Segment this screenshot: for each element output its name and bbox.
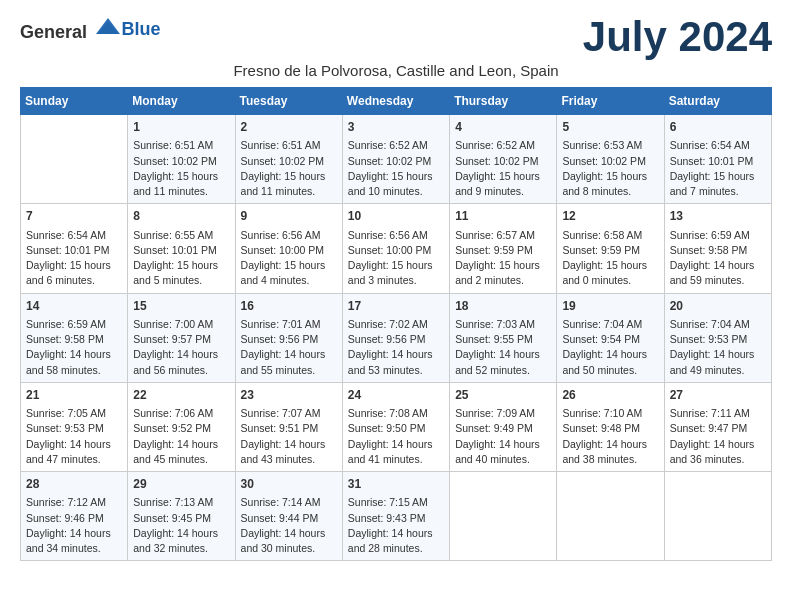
day-info: Sunrise: 6:51 AMSunset: 10:02 PMDaylight… <box>133 138 229 199</box>
day-info: Sunrise: 7:00 AMSunset: 9:57 PMDaylight:… <box>133 317 229 378</box>
day-number: 13 <box>670 208 766 225</box>
day-info: Sunrise: 7:09 AMSunset: 9:49 PMDaylight:… <box>455 406 551 467</box>
calendar-cell: 31Sunrise: 7:15 AMSunset: 9:43 PMDayligh… <box>342 472 449 561</box>
calendar-cell: 28Sunrise: 7:12 AMSunset: 9:46 PMDayligh… <box>21 472 128 561</box>
weekday-thursday: Thursday <box>450 88 557 115</box>
week-row-3: 14Sunrise: 6:59 AMSunset: 9:58 PMDayligh… <box>21 293 772 382</box>
calendar-cell: 15Sunrise: 7:00 AMSunset: 9:57 PMDayligh… <box>128 293 235 382</box>
day-info: Sunrise: 6:51 AMSunset: 10:02 PMDaylight… <box>241 138 337 199</box>
calendar-cell: 5Sunrise: 6:53 AMSunset: 10:02 PMDayligh… <box>557 115 664 204</box>
day-info: Sunrise: 7:04 AMSunset: 9:53 PMDaylight:… <box>670 317 766 378</box>
calendar-cell: 13Sunrise: 6:59 AMSunset: 9:58 PMDayligh… <box>664 204 771 293</box>
day-number: 28 <box>26 476 122 493</box>
day-number: 30 <box>241 476 337 493</box>
day-info: Sunrise: 7:11 AMSunset: 9:47 PMDaylight:… <box>670 406 766 467</box>
calendar-cell: 14Sunrise: 6:59 AMSunset: 9:58 PMDayligh… <box>21 293 128 382</box>
day-number: 27 <box>670 387 766 404</box>
calendar-cell: 12Sunrise: 6:58 AMSunset: 9:59 PMDayligh… <box>557 204 664 293</box>
header: General Blue July 2024 <box>20 16 772 58</box>
day-info: Sunrise: 7:02 AMSunset: 9:56 PMDaylight:… <box>348 317 444 378</box>
day-number: 4 <box>455 119 551 136</box>
weekday-wednesday: Wednesday <box>342 88 449 115</box>
calendar-cell: 30Sunrise: 7:14 AMSunset: 9:44 PMDayligh… <box>235 472 342 561</box>
day-info: Sunrise: 6:52 AMSunset: 10:02 PMDaylight… <box>348 138 444 199</box>
day-number: 14 <box>26 298 122 315</box>
calendar-cell: 21Sunrise: 7:05 AMSunset: 9:53 PMDayligh… <box>21 382 128 471</box>
calendar-cell: 3Sunrise: 6:52 AMSunset: 10:02 PMDayligh… <box>342 115 449 204</box>
calendar-cell: 24Sunrise: 7:08 AMSunset: 9:50 PMDayligh… <box>342 382 449 471</box>
week-row-1: 1Sunrise: 6:51 AMSunset: 10:02 PMDayligh… <box>21 115 772 204</box>
logo-icon <box>94 16 122 38</box>
calendar-cell: 22Sunrise: 7:06 AMSunset: 9:52 PMDayligh… <box>128 382 235 471</box>
calendar-cell: 11Sunrise: 6:57 AMSunset: 9:59 PMDayligh… <box>450 204 557 293</box>
day-info: Sunrise: 6:53 AMSunset: 10:02 PMDaylight… <box>562 138 658 199</box>
day-info: Sunrise: 7:07 AMSunset: 9:51 PMDaylight:… <box>241 406 337 467</box>
calendar-cell: 19Sunrise: 7:04 AMSunset: 9:54 PMDayligh… <box>557 293 664 382</box>
calendar-cell: 10Sunrise: 6:56 AMSunset: 10:00 PMDaylig… <box>342 204 449 293</box>
calendar-cell: 26Sunrise: 7:10 AMSunset: 9:48 PMDayligh… <box>557 382 664 471</box>
calendar-cell: 2Sunrise: 6:51 AMSunset: 10:02 PMDayligh… <box>235 115 342 204</box>
day-number: 20 <box>670 298 766 315</box>
calendar-cell: 6Sunrise: 6:54 AMSunset: 10:01 PMDayligh… <box>664 115 771 204</box>
day-number: 16 <box>241 298 337 315</box>
week-row-2: 7Sunrise: 6:54 AMSunset: 10:01 PMDayligh… <box>21 204 772 293</box>
day-number: 11 <box>455 208 551 225</box>
subtitle: Fresno de la Polvorosa, Castille and Leo… <box>20 62 772 79</box>
calendar-header: SundayMondayTuesdayWednesdayThursdayFrid… <box>21 88 772 115</box>
day-info: Sunrise: 7:05 AMSunset: 9:53 PMDaylight:… <box>26 406 122 467</box>
logo-general: General <box>20 22 87 42</box>
calendar-cell: 8Sunrise: 6:55 AMSunset: 10:01 PMDayligh… <box>128 204 235 293</box>
day-number: 7 <box>26 208 122 225</box>
day-number: 18 <box>455 298 551 315</box>
weekday-friday: Friday <box>557 88 664 115</box>
logo-blue: Blue <box>122 19 161 39</box>
day-number: 6 <box>670 119 766 136</box>
day-info: Sunrise: 6:52 AMSunset: 10:02 PMDaylight… <box>455 138 551 199</box>
day-number: 17 <box>348 298 444 315</box>
day-info: Sunrise: 7:06 AMSunset: 9:52 PMDaylight:… <box>133 406 229 467</box>
weekday-tuesday: Tuesday <box>235 88 342 115</box>
calendar-table: SundayMondayTuesdayWednesdayThursdayFrid… <box>20 87 772 561</box>
day-info: Sunrise: 7:08 AMSunset: 9:50 PMDaylight:… <box>348 406 444 467</box>
calendar-cell: 9Sunrise: 6:56 AMSunset: 10:00 PMDayligh… <box>235 204 342 293</box>
calendar-cell: 18Sunrise: 7:03 AMSunset: 9:55 PMDayligh… <box>450 293 557 382</box>
calendar-cell <box>450 472 557 561</box>
day-info: Sunrise: 7:01 AMSunset: 9:56 PMDaylight:… <box>241 317 337 378</box>
day-info: Sunrise: 6:59 AMSunset: 9:58 PMDaylight:… <box>26 317 122 378</box>
calendar-cell: 29Sunrise: 7:13 AMSunset: 9:45 PMDayligh… <box>128 472 235 561</box>
day-number: 9 <box>241 208 337 225</box>
calendar-cell: 23Sunrise: 7:07 AMSunset: 9:51 PMDayligh… <box>235 382 342 471</box>
day-number: 3 <box>348 119 444 136</box>
day-info: Sunrise: 7:03 AMSunset: 9:55 PMDaylight:… <box>455 317 551 378</box>
day-number: 15 <box>133 298 229 315</box>
day-number: 5 <box>562 119 658 136</box>
day-info: Sunrise: 7:12 AMSunset: 9:46 PMDaylight:… <box>26 495 122 556</box>
day-number: 26 <box>562 387 658 404</box>
weekday-sunday: Sunday <box>21 88 128 115</box>
calendar-cell: 4Sunrise: 6:52 AMSunset: 10:02 PMDayligh… <box>450 115 557 204</box>
day-info: Sunrise: 7:10 AMSunset: 9:48 PMDaylight:… <box>562 406 658 467</box>
day-number: 1 <box>133 119 229 136</box>
calendar-cell <box>21 115 128 204</box>
day-number: 8 <box>133 208 229 225</box>
day-info: Sunrise: 6:55 AMSunset: 10:01 PMDaylight… <box>133 228 229 289</box>
day-info: Sunrise: 7:14 AMSunset: 9:44 PMDaylight:… <box>241 495 337 556</box>
calendar-cell: 7Sunrise: 6:54 AMSunset: 10:01 PMDayligh… <box>21 204 128 293</box>
day-number: 23 <box>241 387 337 404</box>
day-number: 2 <box>241 119 337 136</box>
month-title: July 2024 <box>583 16 772 58</box>
calendar-cell: 16Sunrise: 7:01 AMSunset: 9:56 PMDayligh… <box>235 293 342 382</box>
day-number: 21 <box>26 387 122 404</box>
day-number: 25 <box>455 387 551 404</box>
calendar-cell: 25Sunrise: 7:09 AMSunset: 9:49 PMDayligh… <box>450 382 557 471</box>
day-number: 29 <box>133 476 229 493</box>
day-info: Sunrise: 6:56 AMSunset: 10:00 PMDaylight… <box>241 228 337 289</box>
day-info: Sunrise: 6:54 AMSunset: 10:01 PMDaylight… <box>26 228 122 289</box>
calendar-cell: 27Sunrise: 7:11 AMSunset: 9:47 PMDayligh… <box>664 382 771 471</box>
day-number: 22 <box>133 387 229 404</box>
day-info: Sunrise: 6:58 AMSunset: 9:59 PMDaylight:… <box>562 228 658 289</box>
week-row-5: 28Sunrise: 7:12 AMSunset: 9:46 PMDayligh… <box>21 472 772 561</box>
day-number: 19 <box>562 298 658 315</box>
day-number: 31 <box>348 476 444 493</box>
day-number: 24 <box>348 387 444 404</box>
